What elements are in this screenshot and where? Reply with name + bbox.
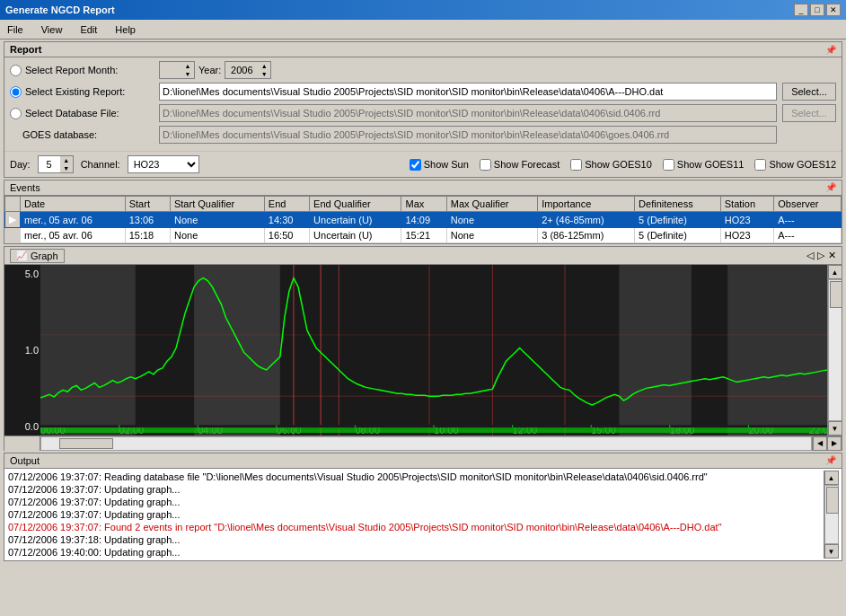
show-forecast-input[interactable] xyxy=(480,159,491,171)
events-table: Date Start Start Qualifier End End Quali… xyxy=(4,196,842,243)
graph-panel: 📈 Graph ◁ ▷ ✕ 5.0 1.0 0.0 xyxy=(4,246,842,451)
graph-next-icon[interactable]: ▷ xyxy=(817,250,824,261)
existing-report-row: Select Existing Report: Select... xyxy=(10,83,836,101)
channel-select[interactable]: HO23 xyxy=(128,155,199,173)
day-label: Day: xyxy=(10,159,31,170)
show-goes10-checkbox[interactable]: Show GOES10 xyxy=(570,159,652,171)
graph-horizontal-scrollbar[interactable] xyxy=(40,436,812,451)
show-sun-input[interactable] xyxy=(410,159,421,171)
graph-tab[interactable]: 📈 Graph xyxy=(10,249,65,263)
show-forecast-checkbox[interactable]: Show Forecast xyxy=(480,159,560,171)
show-goes10-input[interactable] xyxy=(570,159,582,171)
pin-icon[interactable]: 📌 xyxy=(825,45,836,55)
menu-view[interactable]: View xyxy=(38,23,66,36)
output-scroll-up[interactable]: ▲ xyxy=(824,471,839,485)
existing-report-select-button[interactable]: Select... xyxy=(782,83,836,101)
existing-radio-input[interactable] xyxy=(10,86,22,98)
month-radio-input[interactable] xyxy=(10,65,22,76)
output-header: Output 📌 xyxy=(4,453,842,469)
graph-vertical-scrollbar[interactable]: ▲ ▼ xyxy=(827,265,842,436)
select-month-label: Select Report Month: xyxy=(25,65,118,75)
events-table-container: Date Start Start Qualifier End End Quali… xyxy=(4,196,842,243)
y-label-mid: 1.0 xyxy=(25,345,39,356)
show-forecast-label: Show Forecast xyxy=(494,159,560,170)
output-line-2: 07/12/2006 19:37:07: Updating graph... xyxy=(8,496,822,508)
month-up-button[interactable]: ▲ xyxy=(181,62,194,70)
row-end-0: 14:30 xyxy=(264,212,309,228)
menu-help[interactable]: Help xyxy=(111,23,139,36)
day-spinner[interactable]: ▲ ▼ xyxy=(38,155,74,173)
scroll-up-button[interactable]: ▲ xyxy=(828,265,842,279)
menu-file[interactable]: File xyxy=(4,23,27,36)
maximize-button[interactable]: □ xyxy=(810,4,824,16)
show-sun-checkbox[interactable]: Show Sun xyxy=(410,159,469,171)
table-row[interactable]: mer., 05 avr. 06 15:18 None 16:50 Uncert… xyxy=(5,228,842,243)
window-title: Generate NGCD Report xyxy=(5,4,115,15)
row-station-1: HO23 xyxy=(720,228,774,243)
graph-canvas: 00:00 02:00 04:00 06:00 08:00 10:00 12:0… xyxy=(40,265,827,436)
report-panel: Report 📌 Select Report Month: ▲ ▼ Year: xyxy=(4,41,842,178)
database-path[interactable] xyxy=(159,104,777,122)
row-max-0: 14:09 xyxy=(401,212,446,228)
day-input[interactable] xyxy=(39,156,60,172)
scroll-thumb[interactable] xyxy=(830,281,842,308)
minimize-button[interactable]: _ xyxy=(794,4,808,16)
col-definiteness: Definiteness xyxy=(635,197,721,212)
graph-prev-icon[interactable]: ◁ xyxy=(806,250,814,261)
database-radio[interactable]: Select Database File: xyxy=(10,108,154,119)
day-up-button[interactable]: ▲ xyxy=(60,156,73,164)
svg-rect-4 xyxy=(727,265,827,436)
year-input[interactable] xyxy=(225,62,258,78)
output-scrollbar[interactable]: ▲ ▼ xyxy=(824,471,838,559)
show-goes12-input[interactable] xyxy=(754,159,766,171)
year-up-button[interactable]: ▲ xyxy=(258,62,270,70)
scroll-down-button[interactable]: ▼ xyxy=(828,421,842,436)
month-spinner-buttons: ▲ ▼ xyxy=(181,62,194,78)
graph-footer: ◀ ▶ xyxy=(4,436,842,450)
window-controls: _ □ ✕ xyxy=(794,4,841,16)
day-down-button[interactable]: ▼ xyxy=(60,164,73,172)
day-spinner-buttons: ▲ ▼ xyxy=(60,156,73,172)
table-row[interactable]: ▶ mer., 05 avr. 06 13:06 None 14:30 Unce… xyxy=(5,212,842,228)
graph-close-icon[interactable]: ✕ xyxy=(828,250,836,261)
col-date: Date xyxy=(21,197,126,212)
output-pin-icon[interactable]: 📌 xyxy=(825,455,836,466)
events-pin-icon[interactable]: 📌 xyxy=(825,182,836,193)
row-endqual-1: Uncertain (U) xyxy=(310,228,401,243)
month-down-button[interactable]: ▼ xyxy=(181,70,194,78)
goes-path[interactable] xyxy=(159,126,777,144)
row-arrow-1 xyxy=(5,228,21,243)
month-spinner[interactable]: ▲ ▼ xyxy=(159,61,195,79)
output-line-6: 07/12/2006 19:40:00: Updating graph... xyxy=(8,546,822,559)
scroll-thumb-horizontal[interactable] xyxy=(59,438,113,449)
output-scroll-down[interactable]: ▼ xyxy=(824,544,839,559)
output-line-1: 07/12/2006 19:37:07: Updating graph... xyxy=(8,483,822,496)
month-input[interactable] xyxy=(160,62,181,78)
database-select-button[interactable]: Select... xyxy=(782,104,836,122)
graph-tab-icon: 📈 xyxy=(16,251,27,260)
output-scroll-thumb[interactable] xyxy=(826,487,839,514)
show-goes11-checkbox[interactable]: Show GOES11 xyxy=(663,159,745,171)
graph-header: 📈 Graph ◁ ▷ ✕ xyxy=(4,247,842,265)
output-body: 07/12/2006 19:37:07: Reading database fi… xyxy=(4,469,842,560)
close-button[interactable]: ✕ xyxy=(826,4,841,16)
year-spinner[interactable]: ▲ ▼ xyxy=(225,61,271,79)
existing-report-radio[interactable]: Select Existing Report: xyxy=(10,86,154,98)
col-arrow xyxy=(5,197,21,212)
show-goes11-input[interactable] xyxy=(663,159,674,171)
report-panel-title: Report xyxy=(10,44,41,55)
output-line-3: 07/12/2006 19:37:07: Updating graph... xyxy=(8,508,822,521)
existing-report-path[interactable] xyxy=(159,83,777,101)
select-month-radio[interactable]: Select Report Month: xyxy=(10,65,154,76)
graph-tab-label: Graph xyxy=(31,251,58,261)
show-goes12-label: Show GOES12 xyxy=(769,159,836,170)
output-line-4: 07/12/2006 19:37:07: Found 2 events in r… xyxy=(8,521,822,533)
show-goes12-checkbox[interactable]: Show GOES12 xyxy=(754,159,836,171)
scroll-right-button[interactable]: ▶ xyxy=(827,436,842,451)
scroll-left-button[interactable]: ◀ xyxy=(813,436,827,451)
year-spinner-buttons: ▲ ▼ xyxy=(258,62,270,78)
database-radio-input[interactable] xyxy=(10,108,22,119)
year-down-button[interactable]: ▼ xyxy=(258,70,270,78)
title-bar: Generate NGCD Report _ □ ✕ xyxy=(0,0,846,20)
menu-edit[interactable]: Edit xyxy=(76,23,101,36)
